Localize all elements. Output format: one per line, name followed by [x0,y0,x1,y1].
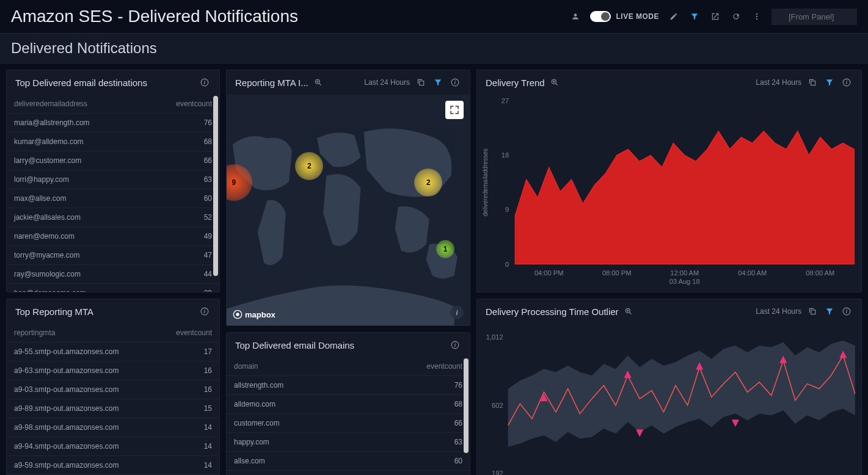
table-row[interactable]: a9-89.smtp-out.amazonses.com15 [7,399,219,418]
filter-icon[interactable] [823,76,836,89]
table-row[interactable]: customer.com66 [227,414,470,433]
panel-top-domains: Top Delivered email Domains i domain eve… [226,332,470,475]
copy-icon[interactable] [806,76,819,89]
edit-icon[interactable] [668,10,680,23]
panel-top-destinations: Top Delivered email destinations i deliv… [6,70,220,292]
panel-title: Delivery Processing Time Outlier [486,306,619,317]
info-icon[interactable]: i [199,76,211,89]
table-row[interactable]: a9-63.smtp-out.amazonses.com16 [7,361,219,380]
col-header[interactable]: eventcount [156,324,220,343]
svg-text:04:00 PM: 04:00 PM [534,269,563,277]
table-row[interactable]: allse.com60 [227,452,470,471]
table-row[interactable]: happy.com63 [227,433,470,452]
copy-icon[interactable] [806,305,819,317]
table-row[interactable]: lorri@happy.com63 [7,170,219,189]
info-icon[interactable]: i [199,305,211,317]
table-row[interactable]: allsales.com52 [227,471,470,476]
svg-text:i: i [454,343,456,348]
info-icon[interactable]: i [841,305,853,317]
col-header[interactable]: deliveredemailaddress [7,95,143,114]
destinations-table: deliveredemailaddress eventcount maria@a… [7,95,219,292]
table-row[interactable]: ben@demoacme.com39 [7,284,219,292]
table-row[interactable]: a9-98.smtp-out.amazonses.com14 [7,418,219,437]
table-row[interactable]: max@allse.com60 [7,189,219,208]
more-icon[interactable] [751,10,763,23]
svg-text:03 Aug 18: 03 Aug 18 [669,278,700,285]
table-row[interactable]: larry@customer.com66 [7,151,219,170]
column-middle: Reporting MTA I... Last 24 Hours i [226,70,470,475]
svg-text:27: 27 [501,97,509,104]
panel-processing-outlier: Delivery Processing Time Outlier Last 24… [476,299,862,475]
dashboard-subtitle: Delivered Notifications [0,33,868,63]
processing-outlier-chart[interactable]: 1926021,012 [477,324,861,475]
svg-point-0 [756,13,757,15]
header-toolbar: LIVE MODE [569,9,857,25]
panel-title: Delivery Trend [486,78,545,88]
table-row[interactable]: a9-55.smtp-out.amazonses.com17 [7,343,219,361]
domains-table: domain eventcount allstrength.com76allde… [227,357,470,475]
zoom-icon[interactable] [549,76,561,89]
column-left: Top Delivered email destinations i deliv… [6,70,220,475]
svg-text:9: 9 [505,206,509,213]
filter-icon[interactable] [688,10,701,23]
col-header[interactable]: eventcount [363,357,470,376]
mta-table: reportingmta eventcount a9-55.smtp-out.a… [7,324,219,475]
refresh-icon[interactable] [730,10,742,23]
zoom-icon[interactable] [622,305,635,317]
filter-icon[interactable] [823,305,836,317]
svg-text:08:00 AM: 08:00 AM [806,269,834,277]
svg-text:04:00 AM: 04:00 AM [738,269,767,277]
svg-text:i: i [846,309,848,314]
copy-icon[interactable] [415,76,427,89]
col-header[interactable]: reportingmta [7,324,156,343]
svg-rect-33 [811,310,815,314]
svg-text:0: 0 [505,261,509,268]
filter-icon[interactable] [432,76,444,89]
table-row[interactable]: kumar@alldemo.com68 [7,132,219,151]
table-row[interactable]: naren@demo.com49 [7,227,219,246]
map-marker[interactable]: 2 [414,169,442,197]
svg-text:i: i [846,80,848,85]
panel-title: Top Delivered email Domains [235,340,354,350]
table-row[interactable]: a9-59.smtp-out.amazonses.com14 [7,456,219,475]
table-row[interactable]: allstrength.com76 [227,376,470,395]
svg-rect-18 [811,81,815,85]
table-row[interactable]: ray@sumologic.com44 [7,265,219,284]
svg-text:i: i [454,80,456,85]
svg-point-14 [236,313,239,316]
svg-rect-9 [420,81,424,85]
info-icon[interactable]: i [841,76,853,89]
toggle-switch[interactable] [590,11,611,22]
col-header[interactable]: domain [227,357,363,376]
map-info-icon[interactable]: i [450,306,464,319]
table-row[interactable]: torry@myacme.com47 [7,246,219,265]
table-row[interactable]: alldemo.com68 [227,395,470,414]
world-map[interactable]: 9221 i mapbox [227,95,470,325]
table-row[interactable]: maria@allstrength.com76 [7,114,219,132]
table-row[interactable]: jackie@allsales.com52 [7,208,219,227]
app-header: Amazon SES - Delivered Notifications LIV… [0,0,868,33]
col-header[interactable]: eventcount [143,95,219,114]
zoom-icon[interactable] [312,76,324,89]
svg-text:18: 18 [501,151,509,159]
svg-text:08:00 PM: 08:00 PM [602,269,631,277]
info-icon[interactable]: i [449,339,461,351]
fullscreen-icon[interactable] [445,101,464,119]
svg-text:192: 192 [492,470,503,475]
delivery-trend-chart[interactable]: 09182704:00 PM08:00 PM12:00 AM04:00 AM08… [477,95,861,292]
user-icon[interactable] [569,10,582,23]
time-range-input-wrap[interactable] [771,9,857,25]
live-mode-toggle[interactable]: LIVE MODE [590,11,659,22]
svg-text:deliveredemailaddresses: deliveredemailaddresses [482,148,489,216]
svg-text:i: i [204,309,206,314]
share-icon[interactable] [709,10,721,23]
info-icon[interactable]: i [449,76,461,89]
svg-point-2 [756,18,757,20]
table-row[interactable]: a9-94.smtp-out.amazonses.com14 [7,437,219,456]
panel-delivery-trend: Delivery Trend Last 24 Hours i 09182704:… [476,70,862,292]
table-row[interactable]: a9-03.smtp-out.amazonses.com16 [7,380,219,399]
scrollbar[interactable] [213,96,218,276]
scrollbar[interactable] [464,358,469,453]
svg-text:12:00 AM: 12:00 AM [670,269,699,277]
time-range-input[interactable] [771,9,857,25]
